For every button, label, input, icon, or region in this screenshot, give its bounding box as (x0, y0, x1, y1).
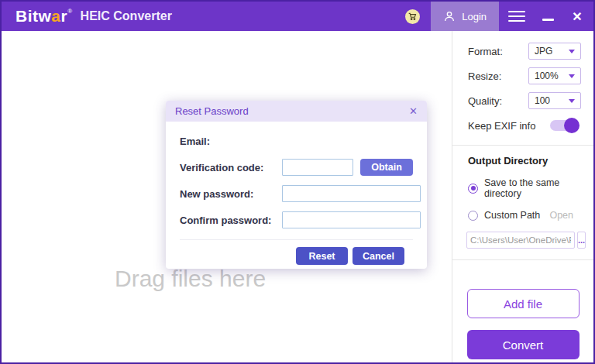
sidebar-divider (452, 259, 593, 260)
quality-label: Quality: (468, 95, 502, 107)
store-cart-button[interactable] (405, 9, 420, 24)
drop-hint-text: Drag files here (115, 266, 266, 292)
app-logo: Bitwar® (15, 7, 73, 26)
same-directory-option[interactable]: Save to the same directory (452, 177, 593, 199)
format-label: Format: (468, 46, 503, 57)
format-value: JPG (535, 46, 552, 57)
sidebar-divider (452, 145, 593, 146)
reset-password-dialog: Reset Password ✕ Email: Verification cod… (166, 101, 427, 269)
settings-sidebar: Format: JPG Resize: 100% Quality: 100 Ke… (452, 31, 593, 362)
radio-unselected-icon[interactable] (468, 211, 478, 221)
custom-path-option[interactable]: Custom Path Open (452, 210, 593, 221)
app-title: HEIC Converter (81, 9, 172, 23)
resize-select[interactable]: 100% (528, 67, 581, 84)
verification-code-label: Verification code: (180, 162, 282, 173)
chevron-down-icon (569, 74, 575, 78)
titlebar-controls: Login ✕ (405, 2, 593, 31)
dialog-header: Reset Password ✕ (166, 101, 427, 122)
titlebar: Bitwar® HEIC Converter Login ✕ (2, 2, 593, 31)
dialog-footer: Reset Cancel (180, 239, 413, 265)
confirm-password-label: Confirm password: (180, 215, 282, 226)
exif-toggle[interactable] (550, 120, 578, 131)
login-button[interactable]: Login (431, 2, 499, 31)
exif-label: Keep EXIF info (468, 120, 535, 132)
resize-label: Resize: (468, 70, 501, 82)
quality-select[interactable]: 100 (528, 92, 581, 109)
brand-suffix: r (61, 7, 68, 26)
output-path-input[interactable] (466, 232, 575, 249)
close-window-button[interactable]: ✕ (564, 2, 590, 31)
dialog-title: Reset Password (175, 105, 249, 117)
convert-button[interactable]: Convert (467, 330, 580, 359)
new-password-input[interactable] (282, 185, 421, 202)
radio-selected-icon[interactable] (468, 184, 478, 194)
dialog-close-icon[interactable]: ✕ (409, 105, 418, 117)
verification-code-input[interactable] (282, 159, 353, 176)
new-password-label: New password: (180, 188, 282, 200)
brand-prefix: Bitw (15, 7, 51, 26)
open-link[interactable]: Open (549, 210, 573, 221)
format-select[interactable]: JPG (528, 43, 581, 60)
custom-path-label: Custom Path (484, 210, 540, 221)
chevron-down-icon (569, 99, 575, 103)
cart-icon (408, 12, 417, 21)
quality-value: 100 (535, 95, 550, 106)
email-label: Email: (180, 136, 282, 147)
cancel-button[interactable]: Cancel (353, 247, 404, 265)
toggle-knob (564, 118, 580, 133)
output-directory-header: Output Directory (452, 155, 593, 167)
app-window: Bitwar® HEIC Converter Login ✕ (0, 0, 595, 364)
chevron-down-icon (569, 50, 575, 53)
confirm-password-input[interactable] (282, 211, 421, 228)
login-label: Login (462, 11, 487, 22)
same-directory-label: Save to the same directory (484, 177, 584, 199)
resize-value: 100% (535, 70, 559, 81)
browse-button[interactable]: ... (577, 232, 586, 249)
dialog-body: Email: Verification code: Obtain New pas… (166, 122, 427, 265)
add-file-button[interactable]: Add file (467, 289, 580, 318)
minimize-button[interactable] (536, 2, 559, 31)
user-icon (443, 10, 456, 22)
registered-mark: ® (67, 8, 72, 15)
obtain-button[interactable]: Obtain (360, 159, 413, 176)
menu-button[interactable] (508, 8, 525, 25)
reset-button[interactable]: Reset (296, 247, 348, 265)
brand-accent-letter: a (51, 7, 60, 26)
